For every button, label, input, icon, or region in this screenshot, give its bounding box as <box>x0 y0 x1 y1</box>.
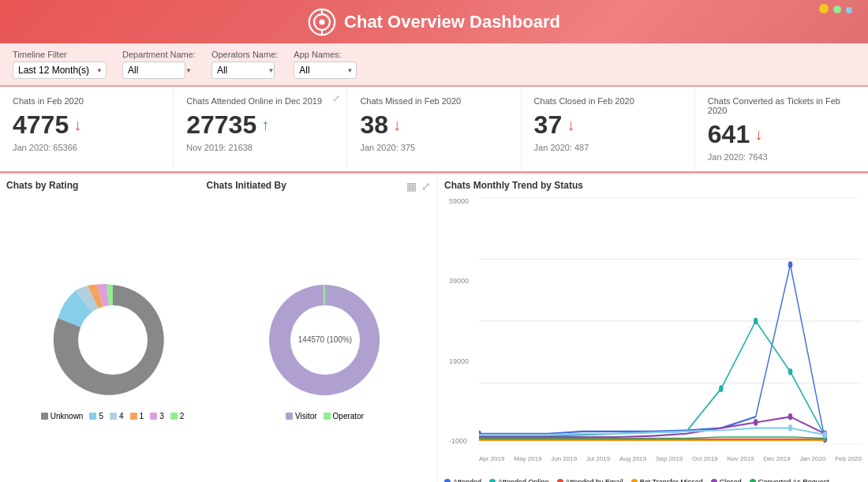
legend-label: Operator <box>333 412 364 420</box>
rating-legend-item: 1 <box>130 412 144 420</box>
legend-label: 4 <box>119 412 124 420</box>
filters-bar: Timeline Filter Last 12 Month(s) Departm… <box>0 43 868 87</box>
timeline-filter-group: Timeline Filter Last 12 Month(s) <box>13 50 107 79</box>
app-select[interactable]: All <box>294 62 357 79</box>
trend-legend-dot <box>750 479 756 482</box>
deco-dot-green <box>833 6 841 13</box>
trend-legend-item: Attended by Email <box>557 478 623 482</box>
x-label-1: Apr 2019 <box>479 455 504 462</box>
trend-legend-label: Converted As Request <box>758 478 829 482</box>
operators-select[interactable]: All <box>211 62 275 79</box>
header-title-group: Chat Overview Dashboard <box>308 8 560 36</box>
kpi-title: Chats Converted as Tickets in Feb 2020 <box>708 96 855 115</box>
trend-legend: AttendedAttended OnlineAttended by Email… <box>444 478 862 482</box>
svg-point-15 <box>719 385 724 392</box>
legend-label: 2 <box>180 412 185 420</box>
operators-label: Operators Name: <box>211 50 278 59</box>
header: Chat Overview Dashboard <box>0 0 868 43</box>
kpi-title: Chats Missed in Feb 2020 <box>360 96 507 106</box>
kpi-value: 4775 ↓ <box>13 110 160 140</box>
trend-arrow-up: ↑ <box>261 116 269 134</box>
legend-color <box>89 413 96 420</box>
legend-label: 5 <box>99 412 103 420</box>
chats-initiated-title: Chats Initiated By <box>206 180 286 192</box>
operators-filter-group: Operators Name: All <box>211 50 278 79</box>
kpi-card-4: Chats Converted as Tickets in Feb 2020 6… <box>695 87 868 171</box>
deco-dot-blue <box>846 7 852 13</box>
legend-label: 1 <box>140 412 144 420</box>
svg-point-16 <box>754 318 758 325</box>
department-select[interactable]: All <box>122 62 185 79</box>
svg-point-19 <box>754 419 758 426</box>
expand-icon[interactable]: ⤢ <box>332 93 340 104</box>
kpi-value: 27735 ↑ <box>186 110 334 140</box>
kpi-title: Chats Closed in Feb 2020 <box>534 96 682 106</box>
rating-legend-item: 2 <box>170 412 185 420</box>
department-label: Department Name: <box>122 50 196 59</box>
legend-label: 3 <box>159 412 164 420</box>
monthly-trend-chart: Chats Monthly Trend by Status 59000 3900… <box>438 174 868 482</box>
trend-arrow-down: ↓ <box>393 116 401 134</box>
legend-color <box>170 413 178 420</box>
trend-legend-dot <box>489 479 496 482</box>
legend-color <box>150 413 157 420</box>
kpi-value: 37 ↓ <box>534 110 682 140</box>
kpi-card-0: Chats in Feb 2020 4775 ↓ Jan 2020: 65366 <box>0 87 174 171</box>
trend-legend-dot <box>711 479 717 482</box>
x-label-6: Sep 2019 <box>656 455 683 462</box>
header-title-text: Chat Overview Dashboard <box>344 12 560 32</box>
line-chart-container: 59000 39000 19000 -1000 <box>479 197 862 445</box>
x-label-9: Dec 2019 <box>763 455 790 462</box>
kpi-card-2: Chats Missed in Feb 2020 38 ↓ Jan 2020: … <box>347 87 521 171</box>
trend-arrow-down: ↓ <box>567 116 574 134</box>
app-select-wrapper[interactable]: All <box>294 62 357 79</box>
kpi-card-1: ⤢ Chats Attended Online in Dec 2019 2773… <box>174 87 347 171</box>
kpi-card-3: Chats Closed in Feb 2020 37 ↓ Jan 2020: … <box>522 87 695 171</box>
chats-by-rating-chart: Unknown54132 <box>6 273 219 420</box>
trend-legend-label: Attended <box>453 478 481 482</box>
chats-initiated-chart: 144570 (100%) VisitorOperator <box>219 273 431 420</box>
x-label-5: Aug 2019 <box>619 455 646 462</box>
department-select-wrapper[interactable]: All <box>122 62 196 79</box>
x-label-3: Jun 2019 <box>551 455 577 462</box>
trend-legend-item: Bot Transfer Missed <box>631 478 703 482</box>
legend-color <box>324 413 331 420</box>
charts-left-panel: Chats by Rating Chats Initiated By ▦ ⤢ <box>0 174 438 482</box>
trend-legend-label: Bot Transfer Missed <box>640 478 703 482</box>
chat-logo-icon <box>308 8 336 36</box>
app-label: App Names: <box>294 50 357 59</box>
x-axis-labels: Apr 2019 May 2019 Jun 2019 Jul 2019 Aug … <box>479 455 862 462</box>
line-chart-svg <box>479 197 862 445</box>
legend-label: Unknown <box>51 412 84 420</box>
trend-legend-label: Closed <box>720 478 742 482</box>
timeline-label: Timeline Filter <box>13 50 107 59</box>
initiated-donut-svg: 144570 (100%) <box>254 273 396 407</box>
operators-select-wrapper[interactable]: All <box>211 62 278 79</box>
svg-point-13 <box>788 261 793 268</box>
svg-point-22 <box>788 424 793 432</box>
bar-chart-icon[interactable]: ▦ <box>406 180 417 192</box>
rating-donut-svg <box>42 273 184 407</box>
timeline-select-wrapper[interactable]: Last 12 Month(s) <box>13 62 107 79</box>
x-label-8: Nov 2019 <box>727 455 754 462</box>
charts-left-header: Chats by Rating Chats Initiated By ▦ ⤢ <box>6 180 431 192</box>
donut-row: Unknown54132 144570 (100%) VisitorOperat… <box>6 196 431 482</box>
legend-color <box>110 413 117 420</box>
x-label-2: May 2019 <box>514 455 541 462</box>
trend-legend-item: Attended Online <box>489 478 549 482</box>
svg-point-5 <box>78 305 148 375</box>
monthly-trend-title: Chats Monthly Trend by Status <box>444 180 862 191</box>
x-label-4: Jul 2019 <box>586 455 610 462</box>
expand-chart-icon[interactable]: ⤢ <box>421 180 431 192</box>
y-label-2: 19000 <box>449 357 469 365</box>
timeline-select[interactable]: Last 12 Month(s) <box>13 62 107 79</box>
initiated-center-label: 144570 (100%) <box>297 335 351 344</box>
kpi-value: 38 ↓ <box>360 110 507 140</box>
kpi-row: Chats in Feb 2020 4775 ↓ Jan 2020: 65366… <box>0 87 868 174</box>
legend-color <box>130 413 137 420</box>
initiated-legend-item: Visitor <box>286 412 317 420</box>
app-filter-group: App Names: All <box>294 50 357 79</box>
legend-color <box>286 413 293 420</box>
trend-legend-item: Closed <box>711 478 742 482</box>
y-axis-labels: 59000 39000 19000 -1000 <box>449 197 469 445</box>
